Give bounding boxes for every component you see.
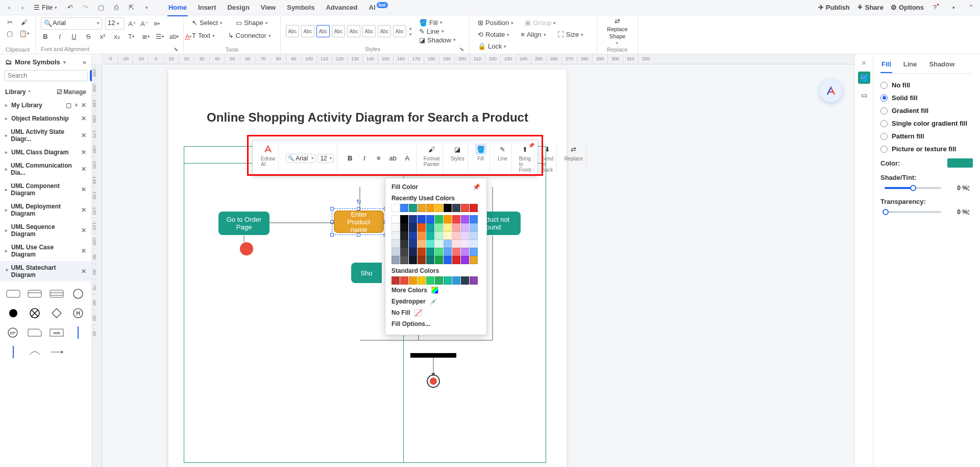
bold-button[interactable]: B: [41, 32, 50, 41]
float-fill[interactable]: 🪣Fill: [472, 144, 490, 173]
color-swatch[interactable]: [391, 276, 400, 285]
float-replace[interactable]: ⇄Replace: [561, 144, 586, 173]
list-button[interactable]: ☰▾: [155, 32, 164, 41]
color-swatch[interactable]: [435, 240, 443, 248]
font-size-select[interactable]: 12 ▾: [105, 17, 125, 30]
style-preset-7[interactable]: Abc: [378, 25, 391, 37]
eyedropper-button[interactable]: Eyedropper💉: [391, 296, 480, 307]
share-button[interactable]: ⚘Share: [857, 4, 884, 11]
format-tab-line[interactable]: Line: [902, 58, 918, 73]
lib-statechart[interactable]: ▸UML Statechart Diagram✕: [0, 261, 91, 282]
shape-deep-history[interactable]: H*: [5, 325, 21, 340]
float-size-select[interactable]: 12▾: [317, 154, 333, 163]
format-painter-button[interactable]: 🖌: [19, 17, 29, 27]
nav-back[interactable]: ‹: [4, 3, 14, 13]
lib-class[interactable]: ▸UML Class Diagram✕: [0, 146, 91, 159]
color-swatch[interactable]: [461, 231, 469, 240]
style-preset-6[interactable]: Abc: [362, 25, 376, 37]
styles-dialog-launcher[interactable]: ⬊: [459, 46, 464, 53]
canvas[interactable]: Online Shopping Activity Diagram for Sea…: [102, 64, 854, 467]
subscript-button[interactable]: x₂: [112, 32, 121, 41]
lib-sequence[interactable]: ▸UML Sequence Diagram✕: [0, 220, 91, 241]
node-go-to-order[interactable]: Go to Order Page: [218, 212, 270, 235]
dropdown-button[interactable]: ▾: [948, 3, 959, 13]
increase-font-button[interactable]: A⁺: [128, 19, 137, 28]
color-swatch[interactable]: [435, 223, 443, 231]
color-swatch[interactable]: [444, 231, 452, 240]
transparency-spinner[interactable]: ▴▾: [968, 208, 973, 216]
font-dialog-launcher[interactable]: ⬊: [174, 46, 178, 53]
color-swatch[interactable]: [461, 223, 469, 231]
color-swatch[interactable]: [400, 240, 408, 248]
color-swatch[interactable]: [400, 231, 408, 240]
shape-arc[interactable]: [27, 345, 43, 359]
color-swatch[interactable]: [435, 204, 443, 212]
text-tool[interactable]: TText▾: [189, 30, 218, 41]
group-dropdown[interactable]: ▣Group▾: [522, 17, 559, 28]
style-preset-2[interactable]: Abc: [301, 25, 314, 37]
color-swatch[interactable]: [435, 215, 443, 223]
color-swatch[interactable]: [426, 240, 434, 248]
color-swatch[interactable]: [400, 215, 408, 223]
decrease-font-button[interactable]: A⁻: [140, 19, 149, 28]
align-dropdown[interactable]: ≡Align▾: [518, 29, 549, 40]
fill-options-button[interactable]: Fill Options...: [391, 318, 480, 330]
lib-comm[interactable]: ▸UML Communication Dia...✕: [0, 159, 91, 179]
color-swatch[interactable]: [444, 256, 452, 264]
float-italic[interactable]: I: [359, 153, 370, 164]
shape-state[interactable]: [5, 287, 21, 301]
line-spacing-button[interactable]: ≣▾: [141, 32, 150, 41]
color-swatch[interactable]: [391, 248, 400, 256]
color-swatch[interactable]: [470, 223, 478, 231]
transparency-slider[interactable]: [885, 211, 941, 213]
color-swatch[interactable]: [400, 248, 408, 256]
color-swatch[interactable]: [435, 276, 443, 285]
lib-object-rel[interactable]: ▸Object Relationship✕: [0, 112, 91, 125]
close-icon[interactable]: ✕: [81, 149, 86, 156]
format-tab-shadow[interactable]: Shadow: [928, 58, 956, 73]
color-swatch[interactable]: [470, 276, 478, 285]
shape-tool[interactable]: ▭Shape▾: [233, 17, 271, 28]
color-swatch[interactable]: [409, 248, 417, 256]
undo-button[interactable]: ↶: [65, 3, 76, 13]
color-swatch[interactable]: [409, 276, 417, 285]
color-swatch[interactable]: [400, 276, 408, 285]
close-icon[interactable]: ✕: [81, 268, 86, 275]
help-button[interactable]: ?•: [931, 3, 941, 13]
color-swatch[interactable]: [409, 204, 417, 212]
connector-tool[interactable]: ↳Connector▾: [225, 30, 274, 41]
publish-button[interactable]: ✈Publish: [818, 4, 850, 11]
color-swatch[interactable]: [470, 231, 478, 240]
line-dropdown[interactable]: ✎Line▾: [417, 27, 458, 36]
color-swatch[interactable]: [452, 204, 460, 212]
qat-more[interactable]: ▾: [142, 3, 152, 13]
color-swatch[interactable]: [426, 231, 434, 240]
search-input[interactable]: [4, 70, 88, 81]
tab-home[interactable]: Home: [167, 2, 188, 13]
align-button[interactable]: ≡▾: [152, 19, 161, 28]
close-icon[interactable]: ✕: [81, 227, 86, 234]
font-family-select[interactable]: 🔍Arial▾: [41, 17, 102, 30]
style-preset-4[interactable]: Abc: [332, 25, 345, 37]
size-dropdown[interactable]: ⛶Size▾: [554, 29, 586, 40]
color-swatch[interactable]: [461, 240, 469, 248]
shadow-dropdown[interactable]: ◪Shadow▾: [417, 36, 458, 44]
color-picker[interactable]: [947, 158, 973, 168]
color-swatch[interactable]: [426, 204, 434, 212]
fill-option-pattern[interactable]: Pattern fill: [880, 130, 973, 143]
shape-circle[interactable]: [70, 287, 86, 301]
style-preset-3[interactable]: Abc: [316, 25, 330, 37]
underline-button[interactable]: U: [69, 32, 79, 41]
color-swatch[interactable]: [461, 276, 469, 285]
color-swatch[interactable]: [435, 248, 443, 256]
color-swatch[interactable]: [426, 248, 434, 256]
lib-component[interactable]: ▸UML Component Diagram✕: [0, 179, 91, 200]
color-swatch[interactable]: [452, 215, 460, 223]
tab-ai[interactable]: AIhot: [368, 2, 388, 13]
folder-icon[interactable]: ▢: [66, 102, 71, 109]
color-swatch[interactable]: [470, 248, 478, 256]
color-swatch[interactable]: [470, 240, 478, 248]
shade-slider[interactable]: [885, 187, 941, 189]
color-swatch[interactable]: [409, 231, 417, 240]
color-swatch[interactable]: [444, 223, 452, 231]
